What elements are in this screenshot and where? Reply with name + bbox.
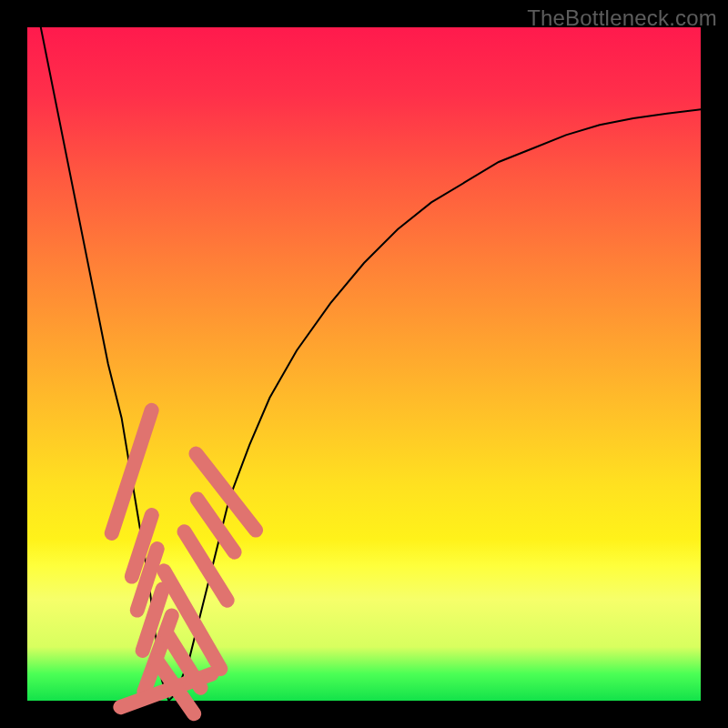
marker-layer [112,410,256,713]
plot-area [27,27,701,701]
chart-frame: TheBottleneck.com [0,0,728,728]
curve-svg [27,27,701,701]
